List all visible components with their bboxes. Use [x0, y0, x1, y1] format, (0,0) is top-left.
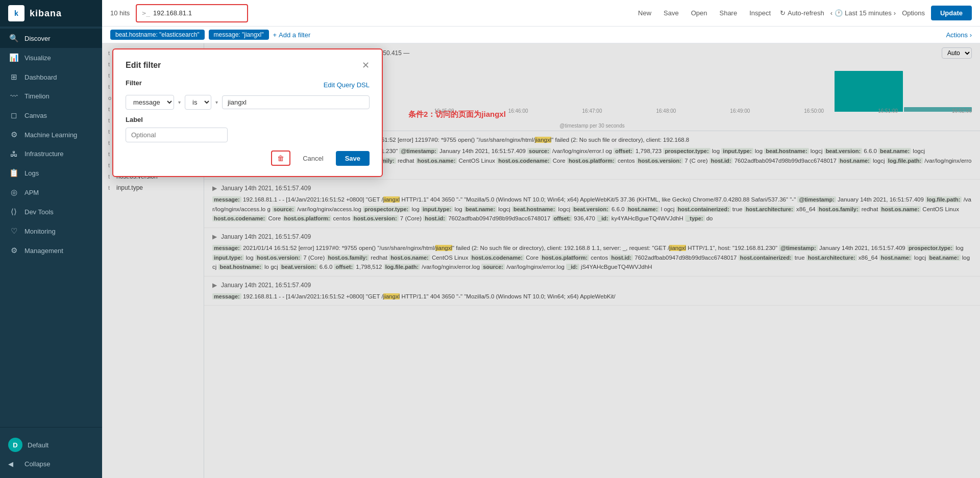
- modal-overlay: Edit filter ✕ Filter Edit Query DSL mess…: [102, 43, 980, 478]
- sidebar-item-discover[interactable]: 🔍 Discover: [0, 29, 102, 48]
- devtools-icon: ⟨⟩: [8, 207, 19, 216]
- content-area: t beat.hostname t beat.name t beat.versi…: [102, 43, 980, 478]
- save-button[interactable]: Save: [336, 151, 370, 166]
- logs-icon: 📋: [8, 168, 19, 178]
- sidebar-label-apm: APM: [24, 189, 39, 196]
- label-section-label: Label: [126, 116, 370, 123]
- filterbar: beat.hostname: "elasticsearch" message: …: [102, 27, 980, 43]
- open-button[interactable]: Open: [688, 7, 710, 19]
- topbar-right: New Save Open Share Inspect ↻ Auto-refre…: [635, 6, 972, 20]
- ml-icon: ⚙: [8, 130, 19, 139]
- sidebar-item-infrastructure[interactable]: 🖧 Infrastructure: [0, 144, 102, 163]
- filter-tag-message[interactable]: message: "jiangxl": [209, 30, 269, 40]
- sidebar-collapse-label: Collapse: [24, 460, 51, 468]
- sidebar-item-ml[interactable]: ⚙ Machine Learning: [0, 125, 102, 144]
- discover-icon: 🔍: [8, 34, 19, 43]
- delete-button[interactable]: 🗑: [271, 150, 290, 166]
- timelion-icon: 〰: [8, 92, 19, 100]
- add-filter-label: Add a filter: [279, 31, 310, 39]
- time-range-control[interactable]: ‹ 🕐 Last 15 minutes ›: [830, 9, 896, 17]
- management-icon: ⚙: [8, 246, 19, 255]
- sidebar-label-infrastructure: Infrastructure: [24, 150, 64, 158]
- filter-section-label: Filter: [126, 79, 142, 87]
- actions-label: Actions: [946, 31, 968, 39]
- filter-row: message ▾ is ▾: [126, 95, 370, 110]
- chevron-left-icon: ‹: [830, 9, 832, 17]
- auto-refresh-label: Auto-refresh: [788, 9, 824, 17]
- apm-icon: ◎: [8, 188, 19, 197]
- search-box[interactable]: >_ 192.168.81.1: [136, 4, 248, 22]
- modal-close-button[interactable]: ✕: [362, 60, 370, 71]
- kibana-logo-text: kibana: [30, 8, 62, 19]
- sidebar-item-monitoring[interactable]: ♡ Monitoring: [0, 221, 102, 241]
- dropdown-arrow-icon: ▾: [178, 99, 181, 105]
- visualize-icon: 📊: [8, 53, 19, 62]
- sidebar-nav: 🔍 Discover 📊 Visualize ⊞ Dashboard 〰 Tim…: [0, 27, 102, 427]
- add-filter-button[interactable]: + Add a filter: [273, 31, 311, 39]
- chevron-right-icon: ›: [894, 9, 896, 17]
- filter-value-input[interactable]: [222, 95, 370, 109]
- sidebar-label-dashboard: Dashboard: [24, 73, 57, 81]
- sidebar-user-label: Default: [28, 441, 48, 449]
- last-time-label: Last 15 minutes: [845, 9, 892, 17]
- filter-tag-hostname-label: beat.hostname: "elasticsearch": [115, 31, 200, 38]
- sidebar-item-canvas[interactable]: ◻ Canvas: [0, 106, 102, 125]
- cancel-button[interactable]: Cancel: [297, 152, 329, 165]
- dashboard-icon: ⊞: [8, 72, 19, 82]
- collapse-icon: ◀: [8, 460, 19, 468]
- modal-title: Edit filter: [126, 61, 161, 70]
- operator-select[interactable]: is: [185, 95, 211, 110]
- actions-button[interactable]: Actions ›: [946, 31, 972, 39]
- topbar: 10 hits >_ 192.168.81.1 New Save Open Sh…: [102, 0, 980, 27]
- sidebar-label-ml: Machine Learning: [24, 131, 77, 139]
- monitoring-icon: ♡: [8, 227, 19, 236]
- dropdown-arrow-icon: ▾: [215, 99, 218, 105]
- sidebar-item-management[interactable]: ⚙ Management: [0, 241, 102, 260]
- new-button[interactable]: New: [635, 7, 654, 19]
- sidebar-logo: k kibana: [0, 0, 102, 27]
- infrastructure-icon: 🖧: [8, 149, 19, 158]
- inspect-button[interactable]: Inspect: [746, 7, 774, 19]
- sidebar-label-devtools: Dev Tools: [24, 208, 54, 216]
- sidebar-bottom: D Default ◀ Collapse: [0, 427, 102, 478]
- sidebar-label-visualize: Visualize: [24, 54, 51, 62]
- modal-footer: 🗑 Cancel Save: [126, 150, 370, 166]
- sidebar: k kibana 🔍 Discover 📊 Visualize ⊞ Dashbo…: [0, 0, 102, 478]
- sidebar-item-dashboard[interactable]: ⊞ Dashboard: [0, 67, 102, 87]
- avatar: D: [8, 438, 22, 452]
- edit-query-dsl-link[interactable]: Edit Query DSL: [324, 81, 370, 89]
- sidebar-item-timelion[interactable]: 〰 Timelion: [0, 87, 102, 106]
- modal-header: Edit filter ✕: [126, 60, 370, 71]
- chevron-down-icon: ›: [970, 31, 972, 39]
- sidebar-label-discover: Discover: [24, 35, 51, 42]
- sidebar-label-canvas: Canvas: [24, 112, 47, 119]
- clock-icon: 🕐: [835, 9, 843, 17]
- field-select[interactable]: message: [126, 95, 174, 110]
- filter-section: Filter Edit Query DSL message ▾ is ▾: [126, 79, 370, 110]
- sidebar-label-logs: Logs: [24, 169, 39, 177]
- save-button[interactable]: Save: [660, 7, 682, 19]
- canvas-icon: ◻: [8, 111, 19, 120]
- sidebar-item-devtools[interactable]: ⟨⟩ Dev Tools: [0, 202, 102, 221]
- search-value: 192.168.81.1: [153, 9, 192, 17]
- main-area: 10 hits >_ 192.168.81.1 New Save Open Sh…: [102, 0, 980, 478]
- sidebar-user[interactable]: D Default: [8, 434, 94, 456]
- hits-label: 10 hits: [110, 9, 130, 17]
- sidebar-label-management: Management: [24, 247, 63, 255]
- share-button[interactable]: Share: [716, 7, 740, 19]
- sidebar-item-logs[interactable]: 📋 Logs: [0, 163, 102, 183]
- sidebar-collapse[interactable]: ◀ Collapse: [8, 456, 94, 472]
- label-input[interactable]: [126, 128, 228, 142]
- plus-icon: +: [273, 31, 277, 39]
- edit-filter-modal: Edit filter ✕ Filter Edit Query DSL mess…: [112, 48, 383, 177]
- sidebar-label-timelion: Timelion: [24, 92, 50, 100]
- update-button[interactable]: Update: [931, 6, 972, 20]
- auto-refresh-control[interactable]: ↻ Auto-refresh: [780, 9, 824, 17]
- filter-tag-hostname[interactable]: beat.hostname: "elasticsearch": [110, 30, 205, 40]
- sidebar-item-visualize[interactable]: 📊 Visualize: [0, 48, 102, 67]
- refresh-icon: ↻: [780, 9, 786, 17]
- search-prompt: >_: [142, 9, 150, 17]
- sidebar-label-monitoring: Monitoring: [24, 228, 56, 235]
- options-button[interactable]: Options: [902, 9, 925, 17]
- sidebar-item-apm[interactable]: ◎ APM: [0, 183, 102, 202]
